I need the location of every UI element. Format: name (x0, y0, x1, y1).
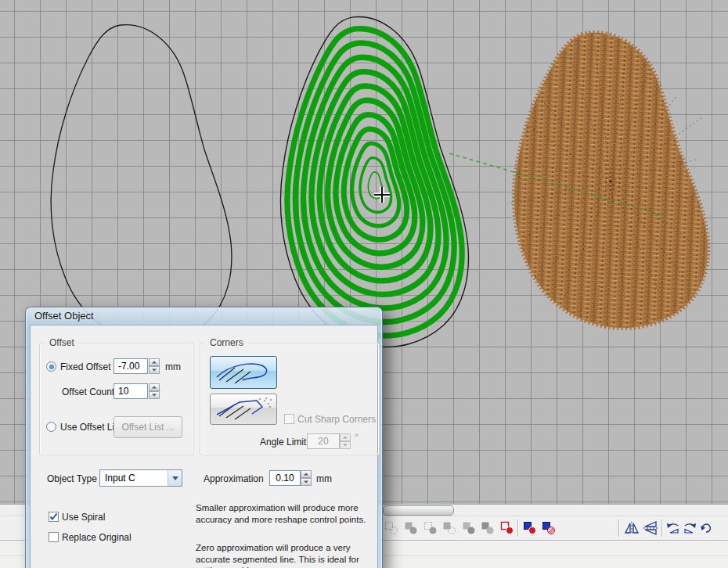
rotate-ccw-icon[interactable] (665, 519, 682, 537)
approximation-note-2: Zero approximation will produce a very a… (196, 542, 366, 568)
offset-group-label: Offset (46, 337, 77, 348)
approximation-input[interactable] (269, 470, 301, 486)
sharp-corners-icon (213, 397, 274, 422)
use-spiral-checkbox[interactable] (49, 512, 59, 522)
dropdown-arrow-icon[interactable] (168, 470, 182, 486)
use-offset-list-radio[interactable] (46, 422, 56, 432)
round-corners-button[interactable] (210, 356, 277, 389)
dialog-title: Offset Object (34, 310, 94, 322)
round-corners-icon (213, 359, 274, 386)
mirror-horizontal-icon[interactable] (623, 519, 640, 537)
cut-sharp-corners-checkbox[interactable] (284, 414, 294, 424)
sharp-corners-button[interactable] (210, 394, 277, 425)
shape-op-weld-icon[interactable] (383, 519, 400, 537)
offset-count-input[interactable] (114, 383, 148, 399)
shape-op-intersect-icon[interactable] (422, 519, 439, 537)
rotate-cw-icon[interactable] (681, 519, 698, 537)
fixed-offset-spinner[interactable] (149, 358, 160, 374)
offset-object-dialog: Offset Object Offset Fixed Offset mm Off… (25, 307, 383, 568)
offset-list-button[interactable]: Offset List ... (114, 416, 182, 438)
object-type-label: Object Type (47, 473, 97, 484)
remove-overlaps-icon[interactable] (499, 519, 516, 537)
approximation-spinner[interactable] (301, 470, 312, 486)
shape-op-trim-icon[interactable] (402, 519, 420, 537)
rotate-reset-icon[interactable] (697, 519, 715, 537)
offset-spiral-shape[interactable] (280, 17, 468, 347)
fixed-offset-unit: mm (165, 361, 181, 372)
toolbar-separator (661, 519, 663, 537)
toolbar-separator (517, 519, 519, 537)
object-type-value: Input C (105, 473, 135, 484)
angle-limit-input[interactable] (307, 433, 340, 449)
approximation-unit: mm (316, 473, 332, 484)
fixed-offset-input[interactable] (114, 358, 148, 374)
offset-count-label: Offset Count (62, 386, 109, 397)
horizontal-scrollbar-thumb[interactable] (383, 505, 454, 516)
angle-limit-unit: ° (355, 432, 359, 443)
mirror-vertical-icon[interactable] (642, 519, 659, 537)
corners-group-label: Corners (207, 337, 247, 348)
shape-op-exclude-icon[interactable] (441, 519, 458, 537)
fixed-offset-radio[interactable] (46, 361, 56, 372)
offset-group: Offset Fixed Offset mm Offset Count Use … (39, 343, 194, 455)
approximation-note-1: Smaller approximation will produce more … (196, 502, 366, 525)
shape-op-front-icon[interactable] (460, 519, 478, 537)
dialog-body: Offset Fixed Offset mm Offset Count Use … (30, 325, 378, 568)
dialog-titlebar[interactable]: Offset Object (26, 307, 382, 325)
fixed-offset-label: Fixed Offset (60, 361, 110, 372)
angle-limit-label: Angle Limit (260, 437, 306, 448)
overlap-objects-icon[interactable] (521, 519, 539, 537)
angle-limit-spinner[interactable] (340, 433, 351, 449)
overlap-fill-icon[interactable] (540, 519, 557, 537)
replace-original-checkbox[interactable] (49, 532, 59, 542)
offset-count-spinner[interactable] (149, 383, 160, 399)
checkmark-icon (49, 512, 58, 521)
object-type-dropdown[interactable]: Input C (99, 469, 182, 487)
corners-group: Corners Cut Sharp Corners Angl (200, 343, 380, 455)
cut-sharp-corners-label: Cut Sharp Corners (297, 414, 376, 425)
use-spiral-label: Use Spiral (62, 512, 105, 523)
app-window: mm 1 2 0 A=-14 (0, 0, 728, 568)
replace-original-label: Replace Original (62, 532, 132, 543)
shape-op-back-icon[interactable] (479, 519, 496, 537)
approximation-label: Approximation (204, 473, 264, 484)
stitched-shape[interactable] (507, 33, 708, 328)
outline-shape[interactable] (51, 25, 232, 343)
toolbar-separator (618, 519, 620, 537)
use-offset-list-label: Use Offset List (60, 422, 121, 433)
